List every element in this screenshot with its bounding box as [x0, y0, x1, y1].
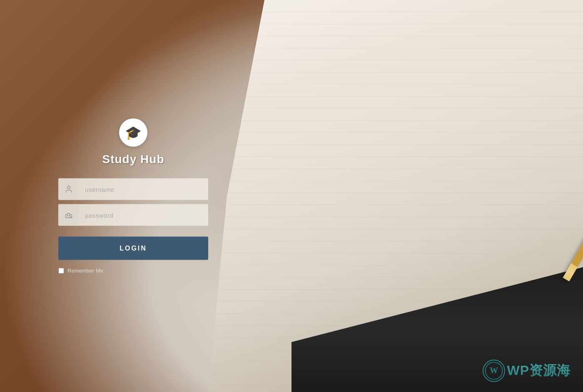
- login-button[interactable]: LOGIN: [58, 237, 208, 260]
- wp-text: WP资源海: [507, 362, 571, 380]
- password-input-group: [58, 204, 208, 226]
- username-input[interactable]: [79, 179, 208, 200]
- app-title: Study Hub: [102, 153, 164, 166]
- svg-point-0: [67, 186, 70, 189]
- login-panel: 🎓 Study Hub: [58, 119, 208, 274]
- user-icon: [58, 179, 79, 200]
- password-input[interactable]: [79, 204, 208, 226]
- logo-icon: 🎓: [125, 125, 142, 141]
- remember-me-checkbox[interactable]: [58, 268, 64, 273]
- remember-me-group: Remember Me: [58, 268, 103, 274]
- svg-text:W: W: [490, 366, 498, 375]
- password-icon: [58, 204, 79, 226]
- logo-circle: 🎓: [119, 119, 147, 147]
- remember-me-label[interactable]: Remember Me: [67, 268, 103, 274]
- username-input-group: [58, 179, 208, 200]
- wp-logo-icon: W: [483, 360, 505, 382]
- background: 🎓 Study Hub: [0, 0, 583, 392]
- wp-watermark: W WP资源海: [483, 360, 571, 382]
